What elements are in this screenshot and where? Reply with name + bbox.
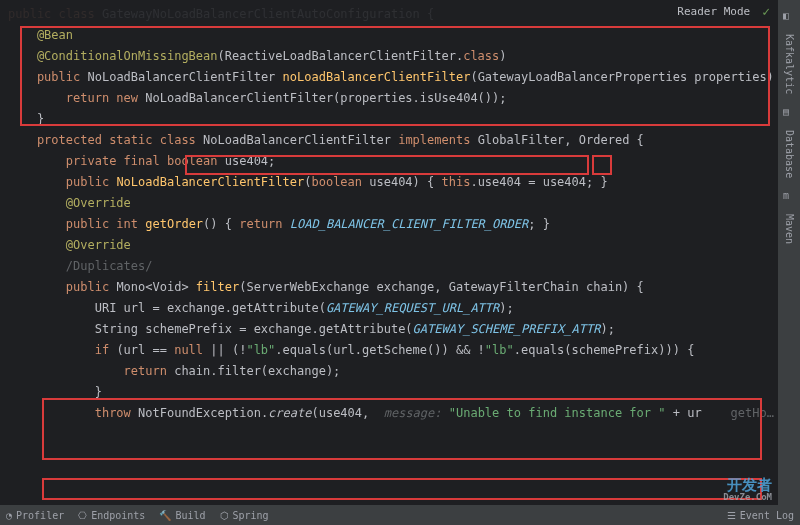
code-area[interactable]: public class GatewayNoLoadBalancerClient…	[0, 0, 778, 432]
bottom-tab-label: Profiler	[16, 510, 64, 521]
code-token: return	[239, 217, 290, 231]
eventlog-icon: ☰	[727, 510, 736, 521]
bottom-tab-label: Event Log	[740, 510, 794, 521]
code-token: NoLoadBalancerClientFilter	[203, 133, 398, 147]
rail-tab-kafkalytic[interactable]: Kafkalytic	[782, 26, 797, 102]
code-token: this	[442, 175, 471, 189]
code-token: GlobalFilter, Ordered	[478, 133, 637, 147]
code-token: private final boolean	[8, 154, 225, 168]
code-token: .use404 = use404; }	[470, 175, 607, 189]
code-token: {	[637, 133, 644, 147]
code-token: GATEWAY_REQUEST_URL_ATTR	[326, 301, 499, 315]
code-token: "lb"	[246, 343, 275, 357]
right-tool-rail: ◧ Kafkalytic ▤ Database m Maven	[778, 0, 800, 505]
code-token: @Override	[8, 238, 131, 252]
code-token: use404;	[225, 154, 276, 168]
code-token: @Bean	[8, 28, 73, 42]
code-token: noLoadBalancerClientFilter	[283, 70, 471, 84]
code-token: NoLoadBalancerClientFilter	[87, 70, 282, 84]
maven-icon[interactable]: m	[783, 190, 795, 202]
code-token: protected static class	[8, 133, 203, 147]
code-token: .equals(schemePrefix))) {	[514, 343, 695, 357]
editor-top-bar: Reader Mode ✓	[0, 0, 778, 22]
code-token: return new	[8, 91, 145, 105]
code-token: public	[8, 70, 87, 84]
code-token: throw	[8, 406, 138, 420]
bottom-tab-build[interactable]: 🔨Build	[159, 510, 205, 521]
bottom-tool-bar: ◔Profiler ⎔Endpoints 🔨Build ⬡Spring ☰Eve…	[0, 505, 800, 525]
code-token: /Duplicates/	[8, 259, 153, 273]
code-token: "lb"	[485, 343, 514, 357]
code-token: Mono<Void>	[116, 280, 195, 294]
code-token: (url ==	[116, 343, 174, 357]
build-icon: 🔨	[159, 510, 171, 521]
kafkalytic-icon[interactable]: ◧	[783, 10, 795, 22]
bottom-tab-endpoints[interactable]: ⎔Endpoints	[78, 510, 145, 521]
code-token: @ConditionalOnMissingBean	[8, 49, 218, 63]
code-line: }	[8, 382, 770, 403]
code-token: )	[499, 49, 506, 63]
code-token: message:	[384, 406, 449, 420]
profiler-icon: ◔	[6, 510, 12, 521]
code-token: filter	[196, 280, 239, 294]
code-token: );	[600, 322, 614, 336]
watermark-main: 开发者	[727, 476, 772, 494]
code-token: NoLoadBalancerClientFilter	[116, 175, 304, 189]
highlight-box	[42, 478, 762, 500]
editor-area: Reader Mode ✓ public class GatewayNoLoad…	[0, 0, 778, 505]
code-token: create	[268, 406, 311, 420]
spring-icon: ⬡	[220, 510, 229, 521]
watermark: 开发者 DevZe.CoM	[723, 477, 772, 503]
rail-tab-database[interactable]: Database	[782, 122, 797, 186]
bottom-tab-eventlog[interactable]: ☰Event Log	[727, 510, 794, 521]
rail-tab-maven[interactable]: Maven	[782, 206, 797, 252]
bottom-tab-label: Build	[175, 510, 205, 521]
code-token: null	[174, 343, 210, 357]
code-token: + ur	[666, 406, 702, 420]
code-token: URI url = exchange.getAttribute(	[8, 301, 326, 315]
code-token: @Override	[8, 196, 131, 210]
code-token: "Unable to find instance for "	[449, 406, 666, 420]
code-token: String schemePrefix = exchange.getAttrib…	[8, 322, 413, 336]
code-token: NotFoundException	[138, 406, 261, 420]
code-token: public	[8, 175, 116, 189]
code-token: chain.filter(exchange);	[174, 364, 340, 378]
code-token: (use404,	[311, 406, 383, 420]
code-token: GATEWAY_SCHEME_PREFIX_ATTR	[413, 322, 601, 336]
code-token: class	[463, 49, 499, 63]
code-token: (ReactiveLoadBalancerClientFilter.	[218, 49, 464, 63]
code-token: (GatewayLoadBalancerProperties propertie…	[470, 70, 778, 84]
code-token: .equals(url.getScheme()) && !	[275, 343, 485, 357]
code-token: );	[499, 301, 513, 315]
code-token: ; }	[528, 217, 550, 231]
reader-mode-button[interactable]: Reader Mode	[671, 5, 756, 18]
code-token: getHo… );	[702, 406, 778, 420]
code-token: return	[8, 364, 174, 378]
bottom-tab-label: Spring	[233, 510, 269, 521]
bottom-tab-label: Endpoints	[91, 510, 145, 521]
code-token: implements	[398, 133, 477, 147]
endpoints-icon: ⎔	[78, 510, 87, 521]
code-token: (ServerWebExchange exchange, GatewayFilt…	[239, 280, 644, 294]
code-token: LOAD_BALANCER_CLIENT_FILTER_ORDER	[290, 217, 528, 231]
watermark-sub: DevZe.CoM	[723, 493, 772, 503]
code-token: () {	[203, 217, 239, 231]
code-token: if	[8, 343, 116, 357]
code-token: public int	[8, 217, 145, 231]
bottom-tab-profiler[interactable]: ◔Profiler	[6, 510, 64, 521]
database-icon[interactable]: ▤	[783, 106, 795, 118]
code-line: }	[8, 109, 770, 130]
code-token: getOrder	[145, 217, 203, 231]
code-token: || (!	[210, 343, 246, 357]
code-token: NoLoadBalancerClientFilter(properties.is…	[145, 91, 506, 105]
bottom-tab-spring[interactable]: ⬡Spring	[220, 510, 269, 521]
inspection-check-icon[interactable]: ✓	[762, 4, 770, 19]
code-token: use404) {	[369, 175, 441, 189]
code-token: public	[8, 280, 116, 294]
code-token: boolean	[311, 175, 369, 189]
